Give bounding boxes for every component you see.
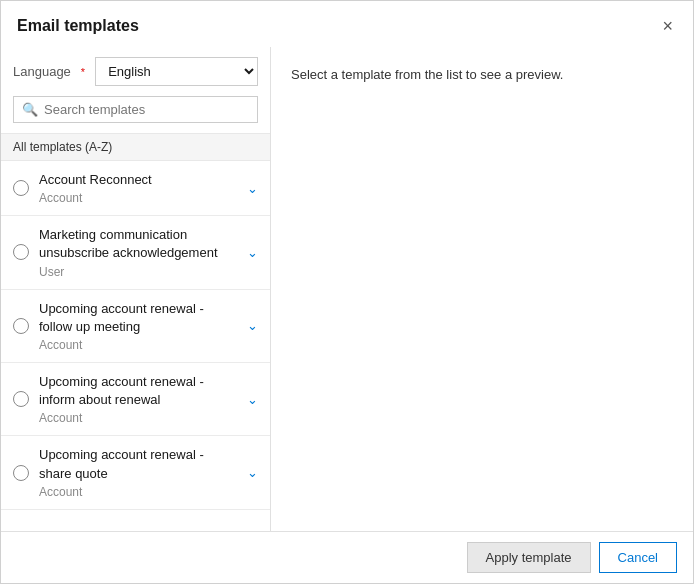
template-text-0: Account Reconnect Account [39,171,239,205]
template-name-0: Account Reconnect [39,171,239,189]
dialog-footer: Apply template Cancel [1,531,693,583]
required-star: * [81,66,85,78]
radio-btn-4[interactable] [13,465,29,481]
template-name-3: Upcoming account renewal - inform about … [39,373,239,409]
dialog-body: Language * English 🔍 All templates (A-Z) [1,47,693,531]
template-category-1: User [39,265,239,279]
template-category-3: Account [39,411,239,425]
template-text-3: Upcoming account renewal - inform about … [39,373,239,425]
preview-panel: Select a template from the list to see a… [271,47,693,531]
templates-list-header: All templates (A-Z) [1,133,270,161]
template-item-1[interactable]: Marketing communication unsubscribe ackn… [1,216,270,289]
radio-btn-3[interactable] [13,391,29,407]
language-row: Language * English [1,47,270,96]
template-name-1: Marketing communication unsubscribe ackn… [39,226,239,262]
left-panel: Language * English 🔍 All templates (A-Z) [1,47,271,531]
template-item-3[interactable]: Upcoming account renewal - inform about … [1,363,270,436]
template-text-2: Upcoming account renewal - follow up mee… [39,300,239,352]
template-item-4[interactable]: Upcoming account renewal - share quote A… [1,436,270,509]
template-text-1: Marketing communication unsubscribe ackn… [39,226,239,278]
templates-list: Account Reconnect Account ⌄ Marketing co… [1,161,270,531]
dialog-title: Email templates [17,17,139,35]
language-select[interactable]: English [95,57,258,86]
template-category-4: Account [39,485,239,499]
search-wrapper: 🔍 [13,96,258,123]
chevron-down-icon-4: ⌄ [247,465,258,480]
radio-btn-1[interactable] [13,244,29,260]
preview-hint: Select a template from the list to see a… [291,67,563,82]
cancel-button[interactable]: Cancel [599,542,677,573]
radio-btn-0[interactable] [13,180,29,196]
dialog-header: Email templates × [1,1,693,47]
template-category-0: Account [39,191,239,205]
chevron-down-icon-3: ⌄ [247,392,258,407]
template-item-0[interactable]: Account Reconnect Account ⌄ [1,161,270,216]
template-text-4: Upcoming account renewal - share quote A… [39,446,239,498]
radio-btn-2[interactable] [13,318,29,334]
chevron-down-icon-0: ⌄ [247,181,258,196]
apply-template-button[interactable]: Apply template [467,542,591,573]
language-label: Language [13,64,71,79]
email-templates-dialog: Email templates × Language * English 🔍 [0,0,694,584]
template-item-2[interactable]: Upcoming account renewal - follow up mee… [1,290,270,363]
close-button[interactable]: × [658,15,677,37]
search-input[interactable] [44,102,249,117]
template-name-4: Upcoming account renewal - share quote [39,446,239,482]
chevron-down-icon-2: ⌄ [247,318,258,333]
search-icon: 🔍 [22,102,38,117]
chevron-down-icon-1: ⌄ [247,245,258,260]
template-name-2: Upcoming account renewal - follow up mee… [39,300,239,336]
template-category-2: Account [39,338,239,352]
search-row: 🔍 [1,96,270,133]
